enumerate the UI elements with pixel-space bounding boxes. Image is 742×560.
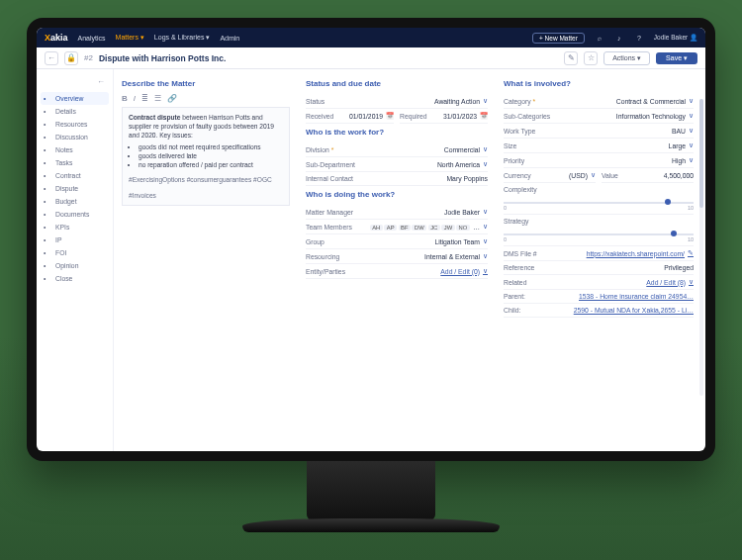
resourcing-select[interactable]: Internal & External∨ [424, 252, 488, 260]
actions-button[interactable]: Actions ▾ [603, 51, 650, 65]
entity-link[interactable]: Add / Edit (0)∨ [440, 267, 488, 275]
received-date[interactable]: 01/01/2019 📅 [349, 112, 394, 120]
ip-icon: • [44, 236, 51, 244]
received-label: Received [306, 113, 333, 120]
discussion-icon: • [44, 134, 51, 141]
group-label: Group [306, 238, 325, 245]
sidebar-collapse[interactable]: ← [41, 75, 109, 92]
lock-icon[interactable]: 🔒 [64, 51, 78, 65]
team-chip: JW [441, 225, 454, 231]
mgr-select[interactable]: Jodie Baker∨ [444, 208, 488, 216]
search-icon[interactable]: ⌕ [595, 33, 604, 43]
nav-logs[interactable]: Logs & Libraries ▾ [154, 34, 211, 42]
contact-value[interactable]: Mary Poppins [446, 175, 488, 182]
back-button[interactable]: ← [45, 51, 58, 65]
related-label: Related [504, 279, 526, 286]
workfor-heading: Who is the work for? [306, 128, 488, 137]
required-label: Required [400, 113, 427, 120]
status-select[interactable]: Awaiting Action∨ [434, 97, 488, 105]
priority-label: Priority [504, 157, 524, 164]
nav-admin[interactable]: Admin [220, 35, 239, 42]
describe-heading: Describe the Matter [122, 79, 290, 88]
value-label: Value [602, 172, 618, 179]
link-icon[interactable]: 🔗 [167, 94, 177, 103]
category-select[interactable]: Contract & Commercial∨ [616, 97, 694, 105]
sidebar-item-overview[interactable]: •Overview [41, 92, 109, 105]
contact-label: Internal Contact [306, 175, 353, 182]
sidebar: ← •Overview•Details•Resources•Discussion… [37, 69, 114, 451]
tasks-icon: • [44, 159, 51, 167]
sidebar-item-contract[interactable]: •Contract [41, 169, 109, 182]
overview-icon: • [44, 95, 51, 103]
resources-icon: • [44, 121, 51, 129]
child-link[interactable]: 2590 - Mutual NDA for Xakia,2655 - Li… [574, 307, 694, 314]
dms-link[interactable]: https://xakiatech.sharepoint.com/ ✎ [587, 249, 694, 257]
sidebar-item-dispute[interactable]: •Dispute [41, 182, 109, 195]
brand-logo: Xakia [45, 33, 68, 43]
description-editor[interactable]: Contract dispute between Harrison Potts … [122, 107, 290, 206]
team-chip: NO [456, 225, 470, 231]
strategy-label: Strategy [504, 218, 694, 225]
subdept-select[interactable]: North America∨ [437, 160, 488, 168]
sidebar-item-foi[interactable]: •FOI [41, 246, 109, 259]
team-select[interactable]: AHAPBFDWJCJWNO …∨ [370, 223, 488, 231]
resourcing-label: Resourcing [306, 253, 339, 260]
rte-toolbar[interactable]: B I ≣ ☰ 🔗 [122, 94, 290, 103]
group-select[interactable]: Litigation Team∨ [434, 237, 488, 245]
scrollbar[interactable] [699, 99, 703, 396]
size-select[interactable]: Large∨ [669, 141, 694, 149]
parent-label: Parent: [504, 293, 525, 300]
bold-icon[interactable]: B [122, 94, 128, 103]
sidebar-item-documents[interactable]: •Documents [41, 208, 109, 221]
currency-label: Currency [504, 172, 531, 179]
status-label: Status [306, 98, 325, 105]
save-button[interactable]: Save ▾ [656, 52, 697, 64]
star-icon[interactable]: ☆ [584, 51, 598, 65]
required-date[interactable]: 31/01/2023 📅 [443, 112, 488, 120]
sidebar-item-opinion[interactable]: •Opinion [41, 259, 109, 272]
division-select[interactable]: Commercial∨ [444, 145, 488, 153]
dispute-icon: • [44, 185, 51, 193]
child-label: Child: [504, 307, 520, 314]
opinion-icon: • [44, 262, 51, 270]
sidebar-item-close[interactable]: •Close [41, 272, 109, 285]
sidebar-item-budget[interactable]: •Budget [41, 195, 109, 208]
sidebar-item-details[interactable]: •Details [41, 105, 109, 118]
nav-analytics[interactable]: Analytics [78, 35, 106, 42]
foi-icon: • [44, 249, 51, 257]
sidebar-item-discussion[interactable]: •Discussion [41, 131, 109, 143]
reference-value: Privileged [664, 264, 694, 271]
parent-link[interactable]: 1538 - Home insurance claim 24954… [579, 293, 694, 300]
sidebar-item-resources[interactable]: •Resources [41, 118, 109, 131]
close-icon: • [44, 275, 51, 283]
nav-matters[interactable]: Matters ▾ [116, 34, 144, 42]
team-chip: AP [384, 225, 397, 231]
sidebar-item-ip[interactable]: •IP [41, 233, 109, 246]
help-icon[interactable]: ? [634, 33, 644, 43]
dms-label: DMS File # [504, 250, 537, 257]
team-chip: JC [428, 225, 440, 231]
details-icon: • [44, 108, 51, 116]
reference-label: Reference [504, 264, 534, 271]
status-heading: Status and due date [306, 79, 488, 88]
new-matter-button[interactable]: + New Matter [532, 33, 585, 44]
number-list-icon[interactable]: ☰ [154, 94, 161, 103]
description-bullet: goods delivered late [139, 151, 283, 160]
italic-icon[interactable]: I [134, 94, 136, 103]
subcat-select[interactable]: Information Technology∨ [616, 112, 694, 120]
edit-icon[interactable]: ✎ [564, 51, 578, 65]
sidebar-item-notes[interactable]: •Notes [41, 143, 109, 156]
bullet-list-icon[interactable]: ≣ [141, 94, 148, 103]
worktype-select[interactable]: BAU∨ [672, 127, 694, 135]
sidebar-item-kpis[interactable]: •KPIs [41, 221, 109, 233]
value-input[interactable]: 4,500,000 [664, 172, 694, 179]
user-menu[interactable]: Jodie Baker 👤 [654, 34, 697, 42]
top-nav: Xakia Analytics Matters ▾ Logs & Librari… [37, 28, 705, 47]
notification-icon[interactable]: ♪ [614, 33, 624, 43]
contract-icon: • [44, 172, 51, 180]
priority-select[interactable]: High∨ [672, 156, 694, 164]
currency-select[interactable]: (USD)∨ [569, 171, 596, 179]
related-link[interactable]: Add / Edit (8)∨ [646, 278, 694, 286]
doing-heading: Who is doing the work? [306, 190, 488, 199]
sidebar-item-tasks[interactable]: •Tasks [41, 156, 109, 169]
